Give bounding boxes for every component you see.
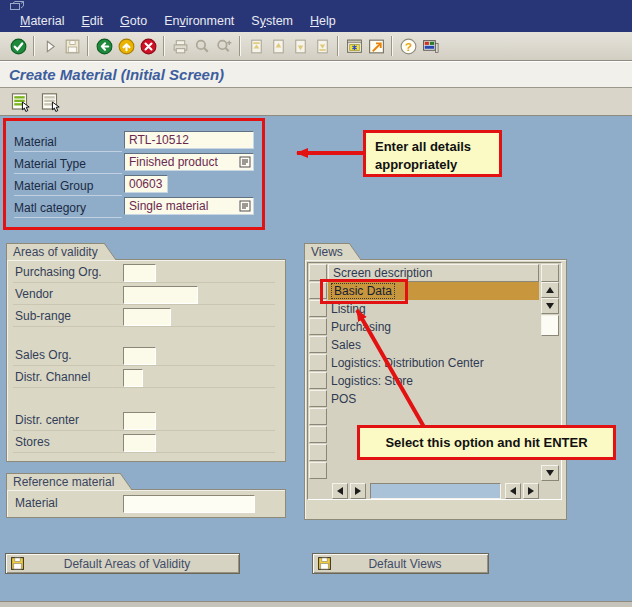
down-arrow-icon	[546, 470, 554, 476]
annotation-note-enter-details: Enter all details appropriately	[363, 130, 502, 177]
field-label: Stores	[15, 435, 50, 449]
field-input-purchasing-org-[interactable]	[123, 264, 156, 282]
menu-edit[interactable]: Edit	[81, 14, 103, 28]
menu-system[interactable]: System	[251, 14, 293, 28]
row-select-button[interactable]	[309, 300, 327, 317]
row-select-button[interactable]	[309, 318, 327, 335]
validity-row-sub-range: Sub-range	[13, 307, 275, 327]
toolbar-separator	[33, 36, 35, 56]
view-row-pos[interactable]: POS	[328, 390, 539, 408]
row-select-button[interactable]	[309, 462, 327, 479]
field-input-distr-center[interactable]	[123, 412, 156, 430]
help-icon[interactable]: ?	[397, 34, 419, 58]
validity-row-purchasing-org-: Purchasing Org.	[13, 263, 275, 283]
next-page-icon[interactable]	[289, 34, 311, 58]
create-shortcut-icon[interactable]	[365, 34, 387, 58]
cancel-icon[interactable]	[137, 34, 159, 58]
scroll-up-button[interactable]	[541, 282, 559, 298]
dropdown-icon[interactable]	[238, 199, 252, 213]
field-label-material-group: Material Group	[14, 177, 122, 196]
row-select-button[interactable]	[309, 282, 327, 299]
row-select-button[interactable]	[309, 336, 327, 353]
field-input-distr-channel[interactable]	[123, 369, 143, 387]
reference-material-groupbox: Reference material Material	[6, 473, 286, 518]
application-toolbar	[0, 88, 632, 116]
row-select-button[interactable]	[309, 444, 327, 461]
view-row-logistics-store[interactable]: Logistics: Store	[328, 372, 539, 390]
row-select-button[interactable]	[309, 408, 327, 425]
validity-row-sales-org-: Sales Org.	[13, 346, 275, 366]
field-input-material[interactable]: RTL-10512	[124, 131, 254, 149]
menu-material[interactable]: Material	[20, 14, 64, 28]
exit-icon[interactable]	[115, 34, 137, 58]
svg-text:?: ?	[404, 39, 411, 52]
scroll-down-button-top[interactable]	[541, 298, 559, 314]
select-views-icon[interactable]	[7, 91, 31, 113]
left-arrow-icon	[510, 487, 516, 495]
scroll-right-button-2[interactable]	[523, 483, 539, 499]
vscroll-thumb[interactable]	[541, 315, 559, 336]
first-page-icon[interactable]	[245, 34, 267, 58]
menu-environment[interactable]: Environment	[164, 14, 234, 28]
areas-of-validity-tab: Areas of validity	[6, 243, 105, 260]
save-disk-icon	[317, 556, 332, 571]
row-select-button[interactable]	[309, 264, 327, 281]
last-page-icon[interactable]	[311, 34, 333, 58]
default-areas-of-validity-button[interactable]: Default Areas of Validity	[5, 553, 240, 574]
hscroll-track[interactable]	[370, 483, 501, 499]
menu-goto[interactable]: Goto	[120, 14, 147, 28]
save-disk-icon	[10, 556, 25, 571]
scroll-down-button-bottom[interactable]	[541, 465, 559, 481]
up-arrow-icon	[546, 287, 554, 293]
view-row-basic-data[interactable]: Basic Data	[328, 282, 539, 300]
customize-local-layout-icon[interactable]	[419, 34, 441, 58]
reference-material-input[interactable]	[123, 495, 255, 513]
tab-slant	[120, 473, 133, 491]
tab-slant	[104, 243, 117, 261]
row-select-button[interactable]	[309, 372, 327, 389]
views-column-header: Screen description	[328, 264, 539, 282]
field-input-material-group[interactable]: 00603	[124, 175, 168, 193]
field-input-stores[interactable]	[123, 434, 156, 452]
field-input-material-type[interactable]: Finished product	[124, 153, 254, 171]
view-row-purchasing[interactable]: Purchasing	[328, 318, 539, 336]
validity-row-distr-center: Distr. center	[13, 411, 275, 431]
scroll-right-button-1[interactable]	[350, 483, 366, 499]
continue-icon[interactable]	[39, 34, 61, 58]
organizational-levels-icon[interactable]	[37, 91, 61, 113]
find-icon[interactable]	[191, 34, 213, 58]
row-select-button[interactable]	[309, 390, 327, 407]
dropdown-icon[interactable]	[238, 155, 252, 169]
reference-material-body: Material	[6, 489, 286, 518]
scroll-left-button-1[interactable]	[332, 483, 348, 499]
menu-bar: MaterialEditGotoEnvironmentSystemHelp	[0, 10, 632, 32]
save-icon[interactable]	[61, 34, 83, 58]
view-row-logistics-distribution-center[interactable]: Logistics: Distribution Center	[328, 354, 539, 372]
field-label: Distr. Channel	[15, 370, 90, 384]
tab-slant	[349, 243, 362, 261]
areas-of-validity-title: Areas of validity	[13, 245, 98, 259]
find-next-icon[interactable]	[213, 34, 235, 58]
down-arrow-icon	[546, 303, 554, 309]
window-icon	[10, 1, 24, 10]
back-icon[interactable]	[93, 34, 115, 58]
field-label-material: Material	[14, 133, 122, 152]
scroll-left-button-2[interactable]	[505, 483, 521, 499]
new-session-icon[interactable]	[343, 34, 365, 58]
default-views-button[interactable]: Default Views	[312, 553, 489, 574]
field-label: Vendor	[15, 287, 53, 301]
reference-material-label: Material	[15, 496, 58, 510]
field-input-matl-category[interactable]: Single material	[124, 197, 254, 215]
row-select-button[interactable]	[309, 354, 327, 371]
menu-help[interactable]: Help	[310, 14, 336, 28]
field-label: Distr. center	[15, 413, 79, 427]
enter-icon[interactable]	[7, 34, 29, 58]
print-icon[interactable]	[169, 34, 191, 58]
view-row-listing[interactable]: Listing	[328, 300, 539, 318]
previous-page-icon[interactable]	[267, 34, 289, 58]
field-input-sub-range[interactable]	[123, 308, 171, 326]
field-input-vendor[interactable]	[123, 286, 198, 304]
field-input-sales-org-[interactable]	[123, 347, 156, 365]
row-select-button[interactable]	[309, 426, 327, 443]
view-row-sales[interactable]: Sales	[328, 336, 539, 354]
